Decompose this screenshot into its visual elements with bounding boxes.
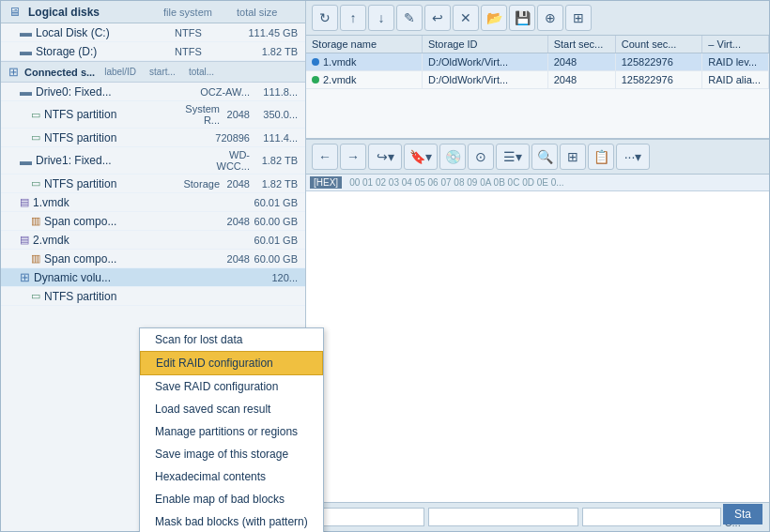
menu-mask-bad-blocks[interactable]: Mask bad blocks (with pattern) xyxy=(140,510,323,532)
drive1-size: 1.82 TB xyxy=(250,155,301,166)
partition1-size: 350.0... xyxy=(250,109,301,120)
drive0-item[interactable]: ▬ Drive0: Fixed... OCZ-AW... 111.8... xyxy=(1,83,305,101)
col-totalsize-label: total size xyxy=(237,7,298,18)
top-toolbar: ↻ ↑ ↓ ✎ ↩ ✕ 📂 💾 ⊕ ⊞ xyxy=(306,1,769,36)
dynamic-volume-item[interactable]: ⊞ Dynamic volu... 120... xyxy=(1,268,305,287)
forward-drop-btn[interactable]: ↪▾ xyxy=(368,144,402,170)
span1-size: 60.00 GB xyxy=(250,216,301,227)
down-btn[interactable]: ↓ xyxy=(368,5,394,31)
search-btn[interactable]: 🔍 xyxy=(531,144,558,170)
drive0-icon: ▬ xyxy=(20,84,32,99)
menu-save-raid[interactable]: Save RAID configuration xyxy=(140,375,323,398)
back-btn[interactable]: ← xyxy=(312,144,338,170)
cancel-btn[interactable]: ✕ xyxy=(453,5,479,31)
partition-storage-name: NTFS partition xyxy=(44,177,168,190)
save-btn[interactable]: 💾 xyxy=(509,5,535,31)
hdd-d-icon: ▬ xyxy=(20,44,32,58)
layers-btn[interactable]: ⊕ xyxy=(537,5,563,31)
drive1-item[interactable]: ▬ Drive1: Fixed... WD-WCC... 1.82 TB xyxy=(1,147,305,175)
storage-table-header: Storage name Storage ID Start sec... Cou… xyxy=(306,36,769,53)
logical-disk-c[interactable]: ▬ Local Disk (C:) NTFS 111.45 GB xyxy=(1,23,305,42)
partition2-size: 111.4... xyxy=(250,132,301,144)
edit-btn[interactable]: ✎ xyxy=(396,5,423,31)
sta-button[interactable]: Sta xyxy=(723,504,762,524)
hex-viewer: [HEX] 00 01 02 03 04 05 06 07 08 09 0A 0… xyxy=(306,175,769,502)
col-storage-id: Storage ID xyxy=(422,36,547,53)
bookmark-btn[interactable]: 🔖▾ xyxy=(404,144,438,170)
partition1-start: 2048 xyxy=(220,109,250,120)
span2-start: 2048 xyxy=(220,253,250,265)
disk-btn[interactable]: 💿 xyxy=(439,144,466,170)
hex-input[interactable] xyxy=(582,508,721,526)
row2-id: D:/OldWork/Virt... xyxy=(422,71,547,89)
export-btn[interactable]: ⊞ xyxy=(565,5,592,31)
span-compo-2[interactable]: ▥ Span compo... 2048 60.00 GB xyxy=(1,250,305,268)
span2-name: Span compo... xyxy=(44,252,220,266)
row2-name: 2.vmdk xyxy=(306,71,422,89)
ntfs-partition-last[interactable]: ▭ NTFS partition xyxy=(1,287,305,306)
ntfs-partition-1[interactable]: ▭ NTFS partition System R... 2048 350.0.… xyxy=(1,101,305,129)
open-btn[interactable]: 📂 xyxy=(481,5,507,31)
row1-count: 125822976 xyxy=(615,53,702,71)
dynamic-icon: ⊞ xyxy=(20,270,30,284)
partition-last-icon: ▭ xyxy=(31,290,40,302)
row1-start: 2048 xyxy=(547,53,615,71)
more-btn[interactable]: ···▾ xyxy=(616,144,650,170)
partition1-icon: ▭ xyxy=(31,109,40,121)
partition2-icon: ▭ xyxy=(31,131,40,144)
target-btn[interactable]: ⊙ xyxy=(468,144,494,170)
span1-name: Span compo... xyxy=(44,215,220,228)
forward-btn[interactable]: → xyxy=(340,144,366,170)
menu-hex-contents[interactable]: Hexadecimal contents xyxy=(140,465,323,488)
drive0-size: 111.8... xyxy=(250,86,301,98)
hdd-icon: ▬ xyxy=(20,25,32,39)
vmdk2-size: 60.01 GB xyxy=(250,235,301,246)
menu-edit-raid[interactable]: Edit RAID configuration xyxy=(140,351,323,375)
vmdk2-item[interactable]: ▤ 2.vmdk 60.01 GB xyxy=(1,231,305,250)
span-compo-1[interactable]: ▥ Span compo... 2048 60.00 GB xyxy=(1,212,305,231)
storage-row-1[interactable]: 1.vmdk D:/OldWork/Virt... 2048 125822976… xyxy=(306,53,769,71)
row2-virt: RAID alia... xyxy=(702,71,769,89)
disk-d-fs: NTFS xyxy=(175,46,240,57)
drive0-name: Drive0: Fixed... xyxy=(36,85,198,99)
disk-d-name: Storage (D:) xyxy=(36,45,175,58)
drive1-label: WD-WCC... xyxy=(198,149,250,172)
disk-c-name: Local Disk (C:) xyxy=(36,26,175,39)
menu-enable-bad-blocks[interactable]: Enable map of bad blocks xyxy=(140,488,323,510)
row1-name: 1.vmdk xyxy=(306,53,422,71)
vmdk1-item[interactable]: ▤ 1.vmdk 60.01 GB xyxy=(1,193,305,212)
partition-storage-icon: ▭ xyxy=(31,177,40,190)
list-btn[interactable]: ☰▾ xyxy=(496,144,530,170)
span2-size: 60.00 GB xyxy=(250,253,301,265)
vmdk2-icon: ▤ xyxy=(20,234,29,246)
menu-manage-partitions[interactable]: Manage partitions or regions xyxy=(140,420,323,443)
col-count-sec: Count sec... xyxy=(615,36,702,53)
value-input[interactable] xyxy=(428,508,578,526)
row2-start: 2048 xyxy=(547,71,615,89)
ntfs-partition-storage[interactable]: ▭ NTFS partition Storage 2048 1.82 TB xyxy=(1,175,305,193)
ntfs-partition-2[interactable]: ▭ NTFS partition 720896 111.4... xyxy=(1,129,305,147)
logical-disk-d[interactable]: ▬ Storage (D:) NTFS 1.82 TB xyxy=(1,42,305,61)
disk-c-size: 111.45 GB xyxy=(240,27,301,38)
storage-table: Storage name Storage ID Start sec... Cou… xyxy=(306,36,769,89)
menu-scan-lost-data[interactable]: Scan for lost data xyxy=(140,328,323,351)
partition-last-name: NTFS partition xyxy=(44,290,301,303)
partition-storage-label: Storage xyxy=(168,178,220,190)
vmdk2-name: 2.vmdk xyxy=(33,234,250,247)
vmdk1-name: 1.vmdk xyxy=(33,196,250,209)
right-panel: ↻ ↑ ↓ ✎ ↩ ✕ 📂 💾 ⊕ ⊞ Storage name Storage… xyxy=(306,1,769,531)
clipboard-btn[interactable]: 📋 xyxy=(588,144,614,170)
storage-row-2[interactable]: 2.vmdk D:/OldWork/Virt... 2048 125822976… xyxy=(306,71,769,89)
menu-save-image[interactable]: Save image of this storage xyxy=(140,443,323,465)
undo-btn[interactable]: ↩ xyxy=(424,5,451,31)
row1-virt: RAID lev... xyxy=(702,53,769,71)
refresh-btn[interactable]: ↻ xyxy=(312,5,338,31)
menu-load-scan[interactable]: Load saved scan result xyxy=(140,398,323,420)
partition-storage-size: 1.82 TB xyxy=(250,178,301,190)
connected-icon: ⊞ xyxy=(8,65,19,79)
grid-btn[interactable]: ⊞ xyxy=(560,144,586,170)
offset-input[interactable] xyxy=(312,508,424,526)
up-btn[interactable]: ↑ xyxy=(340,5,366,31)
col-virt: – Virt... xyxy=(702,36,769,53)
col-filesystem-label: file system xyxy=(163,7,229,18)
